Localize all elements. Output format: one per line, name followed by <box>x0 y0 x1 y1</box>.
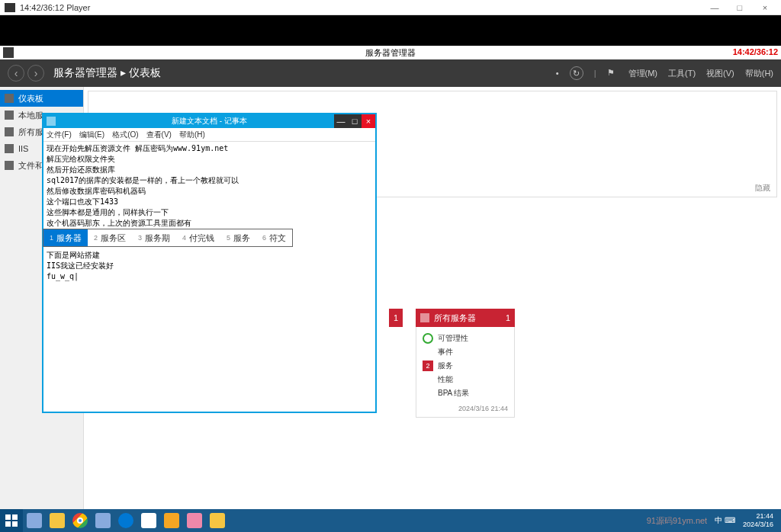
start-button[interactable] <box>0 509 23 532</box>
nav-forward-button[interactable]: › <box>27 65 44 82</box>
card-row-services[interactable]: 2服务 <box>423 359 508 373</box>
notepad-title: 新建文本文档 - 记事本 <box>172 116 247 127</box>
server-manager-icon <box>3 47 14 58</box>
menu-view[interactable]: 查看(V) <box>146 130 172 140</box>
servers-icon <box>5 127 14 136</box>
ime-candidate-2[interactable]: 2服务区 <box>88 229 132 246</box>
camera-icon <box>5 3 15 12</box>
card-count: 1 <box>506 313 510 322</box>
taskbar-app10[interactable] <box>206 509 229 532</box>
menu-edit[interactable]: 编辑(E) <box>79 130 104 140</box>
player-maximize-button[interactable]: □ <box>728 3 751 12</box>
menu-file[interactable]: 文件(F) <box>47 130 72 140</box>
breadcrumb: 服务器管理器 ▸ 仪表板 <box>53 66 161 80</box>
notepad-window[interactable]: 新建文本文档 - 记事本 — □ × 文件(F) 编辑(E) 格式(O) 查看(… <box>43 114 375 412</box>
refresh-icon[interactable]: ↻ <box>570 66 583 80</box>
player-minimize-button[interactable]: — <box>703 3 726 12</box>
menu-view[interactable]: 视图(V) <box>706 68 734 79</box>
hide-link[interactable]: 隐藏 <box>755 183 770 194</box>
ime-candidate-1[interactable]: 1服务器 <box>43 229 88 246</box>
notepad-textarea[interactable]: 现在开始先解压资源文件 解压密码为www.91ym.net 解压完给权限文件夹 … <box>43 142 375 412</box>
dashboard-icon <box>5 94 14 103</box>
ime-candidate-4[interactable]: 4付完钱 <box>176 229 220 246</box>
taskbar-clock[interactable]: 21:44 2024/3/16 <box>743 512 773 529</box>
ime-candidate-bar[interactable]: 1服务器 2服务区 3服务期 4付完钱 5服务 6符文 <box>43 229 293 247</box>
menu-help[interactable]: 帮助(H) <box>745 68 773 79</box>
card-title: 所有服务器 <box>434 312 476 324</box>
watermark: 91源码91ym.net <box>647 515 707 527</box>
svg-rect-0 <box>5 514 11 520</box>
server-manager-header: ‹ › 服务器管理器 ▸ 仪表板 • ↻ | ⚑ 管理(M) 工具(T) 视图(… <box>0 59 781 87</box>
ime-candidate-3[interactable]: 3服务期 <box>132 229 176 246</box>
menu-tools[interactable]: 工具(T) <box>668 68 696 79</box>
taskbar-server-manager[interactable] <box>23 509 46 532</box>
overlay-timestamp: 14:42/36:12 <box>733 47 778 56</box>
ime-candidate-6[interactable]: 6符文 <box>256 229 292 246</box>
sidebar-item-dashboard[interactable]: 仪表板 <box>0 90 83 107</box>
notepad-maximize-button[interactable]: □ <box>348 114 362 128</box>
servers-icon <box>420 313 429 322</box>
notepad-menu: 文件(F) 编辑(E) 格式(O) 查看(V) 帮助(H) <box>43 128 375 142</box>
menu-manage[interactable]: 管理(M) <box>628 68 658 79</box>
iis-icon <box>5 144 14 153</box>
card-row-manageability[interactable]: 可管理性 <box>423 332 508 345</box>
notepad-close-button[interactable]: × <box>362 114 375 128</box>
taskbar-explorer[interactable] <box>46 509 69 532</box>
flag-icon[interactable]: ⚑ <box>607 68 618 79</box>
svg-rect-3 <box>12 521 18 527</box>
menu-format[interactable]: 格式(O) <box>112 130 138 140</box>
card-row-perf[interactable]: 性能 <box>423 373 508 386</box>
server-icon <box>5 111 14 120</box>
menu-help[interactable]: 帮助(H) <box>179 130 205 140</box>
server-manager-titlebar: 服务器管理器 14:42/36:12 <box>0 46 781 59</box>
taskbar: 91源码91ym.net 中 ⌨ 21:44 2024/3/16 <box>0 509 781 532</box>
taskbar-app9[interactable] <box>183 509 206 532</box>
player-title: 14:42/36:12 Player <box>20 3 90 12</box>
file-icon <box>5 161 14 170</box>
card-row-events[interactable]: 事件 <box>423 345 508 359</box>
taskbar-app5[interactable] <box>92 509 114 532</box>
nav-back-button[interactable]: ‹ <box>8 65 24 82</box>
taskbar-app6[interactable] <box>114 509 137 532</box>
notepad-titlebar[interactable]: 新建文本文档 - 记事本 — □ × <box>43 114 375 128</box>
notepad-minimize-button[interactable]: — <box>334 114 348 128</box>
card-row-bpa[interactable]: BPA 结果 <box>423 386 508 400</box>
card-all-servers[interactable]: 所有服务器 1 可管理性 事件 2服务 性能 BPA 结果 2024/3/16 … <box>416 309 515 418</box>
card-header: 所有服务器 1 <box>416 309 515 327</box>
svg-rect-2 <box>5 521 11 527</box>
card-timestamp: 2024/3/16 21:44 <box>423 400 508 412</box>
server-manager-title: 服务器管理器 <box>365 47 416 59</box>
ime-indicator[interactable]: 中 ⌨ <box>715 515 735 526</box>
taskbar-app7[interactable] <box>137 509 160 532</box>
ime-candidate-5[interactable]: 5服务 <box>220 229 256 246</box>
taskbar-chrome[interactable] <box>69 509 92 532</box>
notepad-icon <box>47 117 56 126</box>
player-close-button[interactable]: × <box>754 3 776 12</box>
taskbar-app8[interactable] <box>160 509 183 532</box>
player-titlebar: 14:42/36:12 Player — □ × <box>0 0 781 15</box>
svg-rect-1 <box>12 514 18 520</box>
